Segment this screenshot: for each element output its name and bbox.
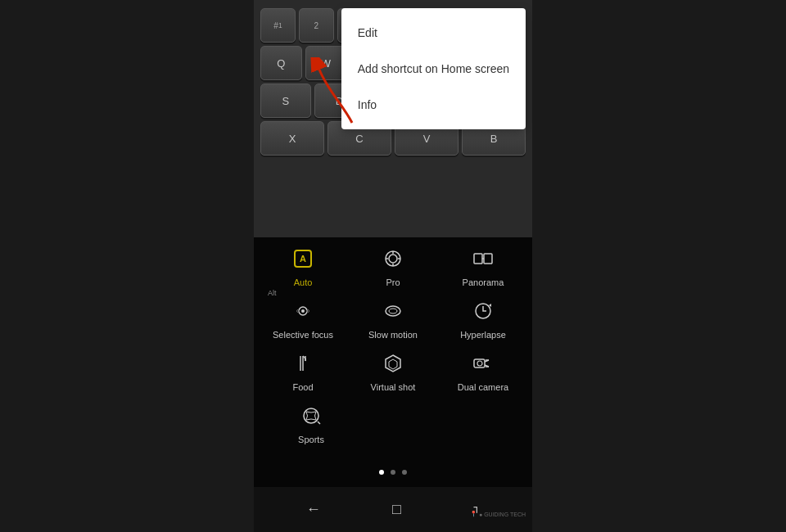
navigation-bar: ← □ ⌐ 📍 ● GUIDING TECH [254,487,532,532]
panorama-icon [472,248,494,274]
panorama-label: Panorama [463,277,504,287]
svg-point-15 [307,310,309,313]
svg-line-31 [318,422,320,424]
mode-selective-focus[interactable]: Alt Selective focus [266,300,340,340]
svg-point-16 [386,306,400,316]
pro-label: Pro [386,277,400,287]
sports-label: Sports [298,435,324,444]
food-label: Food [292,382,313,392]
camera-modes-row-4: Sports [258,399,528,451]
alt-label: Alt [268,289,277,297]
svg-rect-9 [474,254,482,264]
svg-point-17 [389,309,397,313]
auto-label: Auto [294,277,313,287]
key-1: #1 [260,8,296,43]
mode-food[interactable]: Food [266,353,340,392]
svg-point-25 [477,361,482,366]
mode-panorama[interactable]: Panorama [446,248,520,287]
pro-icon [382,248,404,274]
context-menu-info[interactable]: Info [341,87,526,123]
context-menu: Edit Add shortcut on Home screen Info [341,8,526,129]
dual-camera-icon [472,353,494,379]
mode-hyperlapse[interactable]: Hyperlapse [446,300,520,340]
key-2: 2 [299,8,334,43]
context-menu-add-shortcut[interactable]: Add shortcut on Home screen [341,51,526,87]
svg-point-4 [389,255,397,263]
food-icon [292,353,314,379]
selective-focus-icon [292,300,314,327]
svg-text:A: A [300,254,306,264]
mode-virtual-shot[interactable]: Virtual shot [356,353,430,392]
svg-rect-10 [484,254,492,264]
dot-1 [379,470,384,475]
location-icon: 📍 [470,511,477,517]
arrow-annotation [295,57,360,139]
slow-motion-icon [382,300,404,327]
svg-point-13 [301,309,305,313]
camera-modes-panel: A Auto Pro [254,241,532,487]
phone-container: #1 2 3 4 5 6 7 Q W E R T Y S D F G H X C… [254,0,532,532]
brand-watermark: 📍 ● GUIDING TECH [470,511,526,517]
svg-point-30 [304,408,318,423]
page-dots [254,470,532,475]
back-button[interactable]: ← [306,501,321,518]
auto-icon: A [292,248,314,274]
mode-pro[interactable]: Pro [356,248,430,287]
camera-modes-row-2: Alt Selective focus [258,294,528,346]
hyperlapse-icon [472,300,494,327]
hyperlapse-label: Hyperlapse [460,330,506,340]
dual-camera-label: Dual camera [458,382,508,392]
dot-3 [402,470,407,475]
svg-marker-23 [389,359,397,369]
virtual-shot-label: Virtual shot [371,382,416,392]
svg-point-14 [297,310,300,313]
slow-motion-label: Slow motion [368,330,418,340]
mode-auto[interactable]: A Auto [266,248,340,287]
virtual-shot-icon [382,353,404,379]
camera-modes-row-1: A Auto Pro [258,241,528,294]
mode-dual-camera[interactable]: Dual camera [446,353,520,392]
camera-modes-row-3: Food Virtual shot [258,346,528,399]
dot-2 [391,470,395,475]
home-button[interactable]: □ [392,501,401,518]
selective-focus-label: Selective focus [273,330,333,340]
mode-sports[interactable]: Sports [274,405,348,444]
sports-icon [300,405,322,431]
mode-slow-motion[interactable]: Slow motion [356,300,430,340]
context-menu-edit[interactable]: Edit [341,15,526,51]
